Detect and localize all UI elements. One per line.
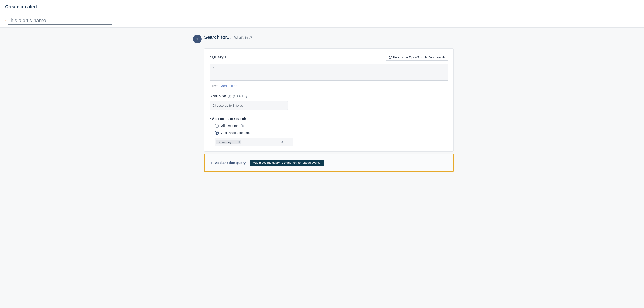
add-query-tooltip: Add a second query to trigger on correla… [250, 160, 324, 166]
add-query-highlight: Add another query Add a second query to … [204, 154, 454, 172]
groupby-hint: (1-3 fields) [233, 95, 247, 98]
preview-button-label: Preview in OpenSearch Dashboards [393, 55, 445, 59]
step-rail: 1 [190, 35, 204, 172]
step-heading: Search for... [204, 35, 231, 40]
preview-button[interactable]: Preview in OpenSearch Dashboards [386, 54, 448, 61]
groupby-label: Group by [210, 94, 226, 98]
content-area: 1 Search for... What's this? * Query 1 [0, 28, 644, 179]
filters-row: Filters: Add a filter... [210, 84, 448, 88]
rail-line [197, 44, 198, 172]
required-asterisk: * [5, 20, 6, 23]
account-chip: Demo-Logz.io ✕ [216, 140, 241, 144]
step-body: Search for... What's this? * Query 1 Pre… [204, 35, 454, 172]
chevron-down-icon [287, 141, 290, 143]
accounts-label: * Accounts to search [210, 117, 448, 121]
add-filter-link[interactable]: Add a filter... [221, 84, 239, 88]
radio-just-accounts[interactable]: Just these accounts [214, 131, 448, 135]
step-heading-row: Search for... What's this? [204, 35, 454, 43]
filters-label: Filters: [210, 84, 219, 88]
plus-icon [210, 161, 213, 164]
radio-inner-dot [216, 132, 218, 134]
query-head-row: * Query 1 Preview in OpenSearch Dashboar… [210, 54, 448, 61]
radio-icon-unselected [214, 124, 219, 128]
page-title: Create an alert [5, 4, 639, 9]
info-icon[interactable]: i [241, 124, 244, 127]
chip-remove-icon[interactable]: ✕ [238, 141, 240, 144]
alert-name-row: * [0, 13, 644, 28]
radio-icon-selected [214, 131, 219, 135]
page-header: Create an alert [0, 0, 644, 13]
alert-name-input[interactable] [8, 17, 112, 25]
query-card: * Query 1 Preview in OpenSearch Dashboar… [204, 48, 454, 152]
query-label: * Query 1 [210, 55, 227, 59]
add-query-label: Add another query [215, 161, 246, 165]
steps-area: 1 Search for... What's this? * Query 1 [190, 35, 454, 172]
add-another-query-button[interactable]: Add another query [210, 161, 246, 165]
accounts-select-controls: ✕ [278, 140, 292, 144]
dropdown-toggle[interactable] [285, 141, 292, 143]
chip-label: Demo-Logz.io [218, 140, 236, 144]
groupby-header: Group by ? (1-3 fields) [210, 94, 448, 98]
radio-all-label: All accounts [221, 124, 238, 128]
accounts-select[interactable]: Demo-Logz.io ✕ ✕ [214, 138, 293, 146]
radio-just-label: Just these accounts [221, 131, 250, 135]
chevron-down-icon [282, 104, 285, 107]
query-textarea[interactable] [210, 64, 448, 81]
whats-this-link[interactable]: What's this? [234, 36, 252, 40]
external-link-icon [388, 56, 392, 59]
clear-icon[interactable]: ✕ [278, 140, 285, 144]
help-icon[interactable]: ? [228, 95, 231, 98]
groupby-select[interactable]: Choose up to 3 fields [210, 101, 288, 110]
radio-all-accounts[interactable]: All accounts i [214, 124, 448, 128]
groupby-placeholder: Choose up to 3 fields [212, 104, 243, 107]
step-badge: 1 [193, 35, 202, 43]
svg-line-0 [390, 56, 391, 57]
